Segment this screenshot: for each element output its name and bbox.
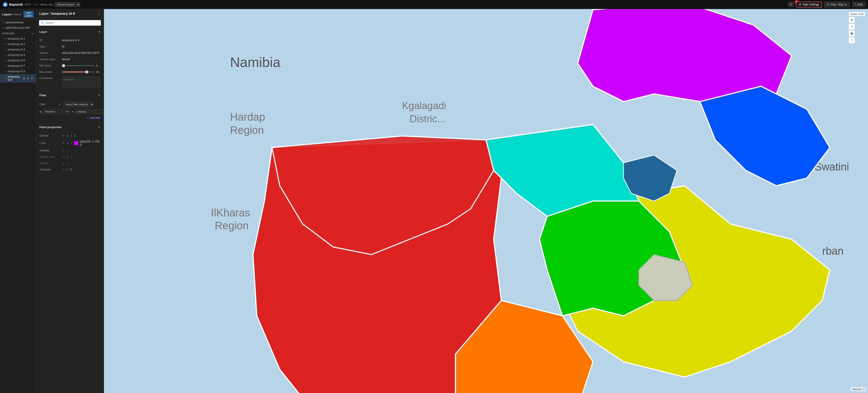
prop-comments-label: Comments [39, 77, 62, 80]
filter-section-content: Filter fx every Filter matches 🗑 == ▼ ＋ [36, 99, 104, 123]
paint-outline-icons: fx ⊞ Σ [62, 156, 73, 159]
expand-button[interactable]: Expand [12, 11, 22, 18]
layers-panel-actions: Expand Add Layer [12, 11, 34, 18]
topbar: Maputnik v2.0.0 Layer Wards_test Default… [0, 0, 868, 9]
help-label: Help [857, 3, 863, 6]
layer-item-label: temporary id 9 [8, 75, 21, 82]
prop-source-label: Source [39, 51, 62, 55]
color-grid-icon-btn[interactable]: ⊞ [66, 142, 69, 145]
panel-menu-button[interactable]: ⋮ [97, 11, 101, 16]
copy-icon-btn[interactable]: ⧉ [788, 2, 794, 7]
search-icon: 🔍 [41, 21, 44, 24]
outline-grid-icon-btn[interactable]: ⊞ [66, 156, 69, 159]
compass-button[interactable]: ↑ [848, 37, 855, 44]
paint-opacity-row: Opacity fx ⊞ Σ 1 [39, 133, 101, 139]
filter-delete-button[interactable]: 🗑 [39, 110, 42, 113]
static-layer-a8d1264f[interactable]: ◇ a8d1264f-cb1d-485f- [0, 25, 36, 31]
paint-antialias-row: Antialias fx Σ [39, 147, 101, 154]
color-fx-icon-btn[interactable]: fx [62, 142, 65, 145]
svg-point-1 [5, 5, 6, 6]
paint-color-icons: fx ⊞ Σ [62, 142, 73, 145]
app-name: Maputnik [9, 3, 23, 6]
style-panel-title-bar: Layer: 'temporary id 9' ⋮ [36, 9, 104, 18]
layer-visibility-toggle[interactable]: 👁 [30, 77, 34, 80]
layer-section-header[interactable]: Layer ▼ [36, 28, 104, 36]
filter-section-header[interactable]: Filter ▼ [36, 91, 104, 99]
view-select[interactable]: Map [837, 3, 847, 6]
list-item[interactable]: ◇ temporary id 8 [0, 68, 36, 74]
layer-icon: ◇ [4, 65, 6, 67]
list-item[interactable]: ◇ temporary id 6 [0, 58, 36, 63]
layer-icon: ◇ [4, 77, 6, 80]
antialias-fx-icon-btn[interactable]: fx [62, 149, 65, 152]
prop-source-value: a8d1264f-cb1d-485f-8fc6-2973 [62, 51, 101, 55]
filter-value-input[interactable] [74, 109, 104, 114]
add-filter-button[interactable]: ＋ Add filter [86, 115, 101, 121]
zoom-reset-button[interactable]: ⊕ [848, 30, 855, 37]
filter-field-input[interactable] [43, 109, 64, 114]
min-zoom-thumb[interactable] [62, 64, 65, 67]
outline-fx-icon-btn[interactable]: fx [62, 156, 65, 159]
list-item[interactable]: ◇ temporary id 4 [0, 52, 36, 58]
prop-type: Type fill [39, 44, 101, 50]
layers-panel: Layers Expand Add Layer ◇ openstreetmap … [0, 9, 36, 393]
layer-item-label: temporary id 4 [8, 53, 25, 57]
main-content: Layers Expand Add Layer ◇ openstreetmap … [0, 9, 868, 393]
zoom-in-button[interactable]: + [848, 17, 855, 23]
layer-type-select[interactable]: Default polygon [54, 2, 80, 7]
list-item[interactable]: ◇ temporary id 3 [0, 47, 36, 52]
layer-group-temporary[interactable]: temporary ▾ [0, 31, 36, 36]
layer-item-label: temporary id 2 [8, 43, 25, 46]
layer-delete-button[interactable]: 🗑 [22, 77, 26, 80]
paint-section-content: Opacity fx ⊞ Σ 1 Color fx ⊞ Σ [36, 131, 104, 175]
translate-sigma-icon-btn[interactable]: Σ [66, 168, 69, 171]
list-item[interactable]: ◇ temporary id 1 [0, 36, 36, 41]
min-zoom-slider: 0 [62, 64, 101, 67]
filter-type-select[interactable]: every Filter matches [63, 102, 94, 107]
filter-fx-icon: fx [59, 103, 61, 106]
color-swatch[interactable] [74, 141, 78, 145]
paint-section-toggle[interactable]: ▼ [98, 125, 101, 129]
style-settings-label: Style Settings [802, 3, 819, 6]
group-collapse-button[interactable]: ▾ [33, 32, 34, 35]
search-wrapper: 🔍 [39, 20, 101, 26]
opacity-fx-icon-btn[interactable]: fx [62, 134, 65, 137]
paint-section-header[interactable]: Paint properties ▼ [36, 123, 104, 131]
svg-text:Region: Region [215, 220, 249, 232]
info-icon[interactable]: ⓘ [863, 388, 865, 391]
paint-color-label: Color [39, 141, 62, 145]
max-zoom-thumb[interactable] [85, 71, 88, 74]
view-button[interactable]: 👁 View Map [824, 2, 850, 7]
paint-section-title: Paint properties [39, 125, 62, 129]
pattern-fx-icon-btn[interactable]: fx [62, 162, 65, 165]
svg-text:Hardap: Hardap [230, 111, 265, 123]
pattern-sigma-icon-btn[interactable]: Σ [66, 162, 69, 165]
list-item-active[interactable]: ◇ temporary id 9 🗑 ⧉ 👁 [0, 74, 36, 83]
outline-sigma-icon-btn[interactable]: Σ [70, 156, 73, 159]
list-item[interactable]: ◇ temporary id 2 [0, 41, 36, 47]
search-input[interactable] [39, 20, 101, 26]
zoom-out-button[interactable]: − [848, 24, 855, 30]
layer-duplicate-button[interactable]: ⧉ [27, 77, 29, 80]
help-button[interactable]: ? Help [852, 2, 865, 7]
comments-textarea[interactable] [62, 77, 101, 88]
translate-fx-icon-btn[interactable]: fx [62, 168, 65, 171]
opacity-grid-icon-btn[interactable]: ⊞ [66, 134, 69, 137]
paint-color-row: Color fx ⊞ Σ rgba(206, 0, 255, 1) [39, 139, 101, 147]
add-layer-button[interactable]: Add Layer [24, 11, 34, 18]
static-layer-openstreetmap[interactable]: ◇ openstreetmap [0, 20, 36, 25]
opacity-sigma-icon-btn[interactable]: Σ [70, 134, 73, 137]
max-zoom-slider: 24 [62, 71, 101, 74]
gear-icon: ⚙ [799, 3, 801, 6]
filter-op-arrow[interactable]: ▼ [71, 110, 74, 113]
list-item[interactable]: ◇ temporary id 7 [0, 63, 36, 68]
map-area[interactable]: Botswana Namibia Gaza Gaboron Hardap Reg… [104, 9, 868, 393]
style-settings-button[interactable]: ⚙ Style Settings [796, 2, 822, 7]
filter-section-toggle[interactable]: ▼ [98, 94, 101, 97]
antialias-sigma-icon-btn[interactable]: Σ [66, 149, 69, 152]
layer-section-toggle[interactable]: ▼ [98, 30, 101, 33]
color-sigma-icon-btn[interactable]: Σ [70, 142, 73, 145]
prop-type-value: fill [62, 45, 101, 48]
prop-source-layer-value: default [62, 58, 101, 61]
max-zoom-value: 24 [96, 71, 101, 74]
